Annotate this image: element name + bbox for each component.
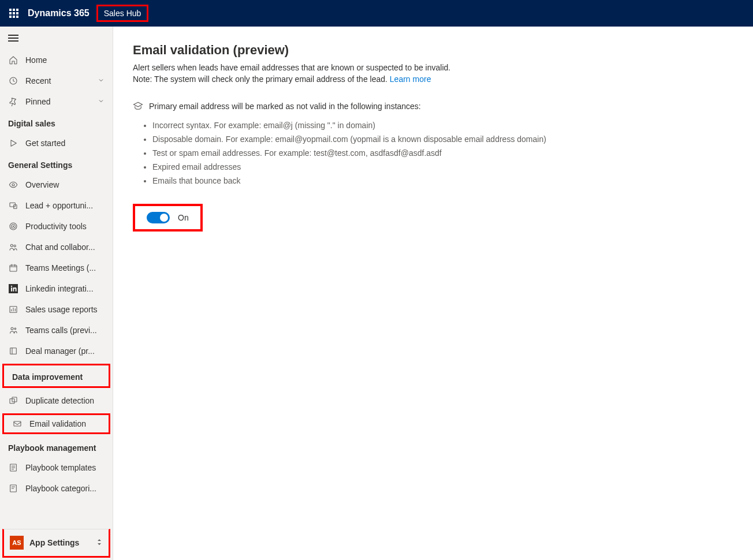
validation-case: Incorrect syntax. For example: email@j (…	[152, 121, 733, 130]
learn-more-link[interactable]: Learn more	[390, 74, 431, 84]
mail-icon	[12, 419, 23, 429]
svg-point-7	[10, 244, 13, 247]
teams-icon	[8, 325, 18, 335]
chevron-down-icon	[98, 97, 105, 106]
validation-case: Emails that bounce back	[152, 176, 733, 185]
info-row: Primary email address will be marked as …	[133, 101, 733, 111]
section-playbook-management: Playbook management	[0, 436, 113, 457]
graduation-icon	[133, 101, 143, 111]
svg-rect-14	[10, 348, 17, 354]
validation-case: Test or spam email addresses. For exampl…	[152, 148, 733, 158]
sidebar-item-label: Sales usage reports	[25, 305, 105, 314]
sidebar-item-label: Lead + opportuni...	[25, 201, 105, 210]
toggle-label: On	[178, 213, 189, 222]
validation-cases-list: Incorrect syntax. For example: email@j (…	[152, 121, 733, 185]
area-badge: AS	[10, 536, 24, 550]
pin-icon	[8, 96, 18, 107]
svg-point-1	[12, 184, 14, 186]
target-icon	[8, 221, 18, 232]
sidebar-item-label: Overview	[25, 180, 105, 189]
updown-icon	[95, 537, 103, 548]
validation-case: Disposable domain. For example: email@yo…	[152, 135, 733, 144]
section-digital-sales: Digital sales	[0, 112, 113, 133]
sidebar-item-chat-and-collabor[interactable]: Chat and collabor...	[0, 237, 113, 257]
dup-icon	[8, 395, 18, 406]
svg-point-8	[14, 245, 16, 247]
sidebar-item-home[interactable]: Home	[0, 50, 113, 70]
validation-case: Expired email addresses	[152, 162, 733, 171]
sidebar-item-label: Playbook templates	[25, 463, 105, 472]
sidebar-item-label: Productivity tools	[25, 222, 105, 231]
email-validation-toggle[interactable]	[147, 212, 170, 223]
sidebar-item-label: Linkedin integrati...	[25, 284, 105, 293]
page-description-line1: Alert sellers when leads have email addr…	[133, 62, 733, 74]
chart-icon	[8, 304, 18, 315]
sidebar-item-playbook-categori[interactable]: Playbook categori...	[0, 478, 113, 499]
app-launcher-icon[interactable]	[5, 4, 23, 23]
sidebar-item-productivity-tools[interactable]: Productivity tools	[0, 216, 113, 237]
svg-point-12	[11, 327, 13, 330]
svg-point-4	[10, 223, 17, 230]
people-icon	[8, 242, 18, 252]
area-label: App Settings	[29, 538, 89, 547]
section-general-settings: General Settings	[0, 154, 113, 174]
clock-icon	[8, 76, 18, 86]
home-icon	[8, 55, 18, 65]
info-text: Primary email address will be marked as …	[149, 102, 421, 111]
sidebar-item-deal-manager-pr[interactable]: Deal manager (pr...	[0, 341, 113, 361]
sidebar-item-label: Teams calls (previ...	[25, 326, 105, 335]
sidebar-item-overview[interactable]: Overview	[0, 174, 113, 195]
sidebar-item-label: Home	[25, 55, 105, 65]
page-description-line2: Note: The system will check only the pri…	[133, 74, 733, 85]
sidebar-toggle-button[interactable]	[0, 29, 113, 47]
sidebar-item-playbook-templates[interactable]: Playbook templates	[0, 457, 113, 478]
linkedin-icon	[8, 283, 18, 294]
box-icon	[8, 346, 18, 356]
top-bar: Dynamics 365 Sales Hub	[0, 0, 753, 27]
sidebar-item-linkedin-integrati[interactable]: Linkedin integrati...	[0, 278, 113, 299]
svg-rect-9	[10, 265, 17, 271]
svg-point-6	[13, 226, 13, 226]
sidebar-item-teams-meetings[interactable]: Teams Meetings (...	[0, 257, 113, 278]
sidebar-item-label: Get started	[25, 139, 105, 148]
play-icon	[8, 138, 18, 148]
page-title: Email validation (preview)	[133, 43, 733, 58]
sidebar-item-get-started[interactable]: Get started	[0, 133, 113, 154]
device-icon	[8, 200, 18, 211]
eye-icon	[8, 180, 18, 190]
calendar-icon	[8, 263, 18, 273]
section-data-improvement: Data improvement	[2, 364, 110, 388]
category-icon	[8, 483, 18, 494]
sidebar-item-label: Pinned	[25, 97, 91, 106]
sidebar-item-sales-usage-reports[interactable]: Sales usage reports	[0, 299, 113, 320]
sidebar-item-label: Recent	[25, 76, 91, 85]
sidebar-item-duplicate-detection[interactable]: Duplicate detection	[0, 390, 113, 411]
sidebar-item-pinned[interactable]: Pinned	[0, 91, 113, 112]
sidebar-item-label: Deal manager (pr...	[25, 346, 105, 356]
desc2-text: Note: The system will check only the pri…	[133, 74, 390, 84]
sidebar-item-teams-calls-previ[interactable]: Teams calls (previ...	[0, 320, 113, 341]
brand-label: Dynamics 365	[28, 8, 90, 18]
sidebar-item-email-validation[interactable]: Email validation	[2, 413, 110, 434]
sidebar-item-lead-opportuni[interactable]: Lead + opportuni...	[0, 195, 113, 216]
app-name-highlight: Sales Hub	[96, 5, 149, 22]
svg-point-13	[14, 328, 16, 330]
chevron-down-icon	[98, 76, 105, 85]
sidebar-item-recent[interactable]: Recent	[0, 70, 113, 91]
svg-rect-17	[14, 421, 21, 426]
sidebar-item-label: Email validation	[29, 419, 100, 428]
area-switcher[interactable]: AS App Settings	[2, 529, 110, 558]
sidebar-item-label: Duplicate detection	[25, 396, 105, 405]
sidebar-item-label: Chat and collabor...	[25, 242, 105, 252]
app-name[interactable]: Sales Hub	[104, 9, 141, 18]
sidebar: HomeRecentPinned Digital sales Get start…	[0, 27, 113, 560]
main-content: Email validation (preview) Alert sellers…	[113, 27, 753, 560]
toggle-highlight: On	[133, 204, 203, 232]
svg-point-5	[12, 225, 16, 229]
sidebar-item-label: Teams Meetings (...	[25, 263, 105, 272]
template-icon	[8, 462, 18, 473]
sidebar-item-label: Playbook categori...	[25, 484, 105, 493]
